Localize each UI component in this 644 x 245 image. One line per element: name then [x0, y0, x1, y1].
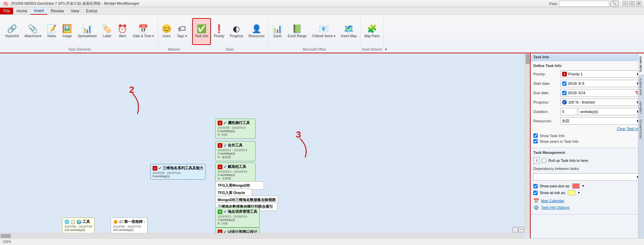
- h-scrollbar-thumb[interactable]: [1, 234, 11, 238]
- show-years-row: Show years in Task Info: [533, 139, 641, 143]
- hyperlink-btn[interactable]: 🔗 Hyperlink: [3, 18, 21, 45]
- app-wrapper: 🧠 201906-M0003-GeoGlobe 7 SP1-开发计划-桌面应用组…: [0, 0, 644, 245]
- priority-dropdown[interactable]: 1 Priority 1 ▼: [560, 70, 641, 78]
- markers-label: Markers: [159, 48, 189, 51]
- content-row: 2 3 🌐 📋 🌍 工具 2019/3/8 - 2019/7/30 103: [0, 53, 644, 238]
- map-calendar-link[interactable]: Map Calendar: [541, 199, 564, 203]
- icons-btn[interactable]: 😊 Icons: [159, 18, 174, 45]
- enhance-tools-node[interactable]: 1 ✔ 赋高犯工具 2019/3/13 - 2019/3/19 5 workda…: [215, 163, 256, 183]
- tools-main-node[interactable]: 🌐 📋 🌍 工具 2019/3/8 - 2019/7/30 103 workda…: [62, 218, 95, 233]
- library-side-tab[interactable]: LIBRARY: [638, 98, 644, 116]
- excel-range-label: Excel Range: [288, 34, 307, 38]
- resources-icon: 👤: [252, 25, 262, 33]
- tools-group-num: 1: [153, 166, 157, 171]
- ribbon-expand-btn[interactable]: ▼: [384, 48, 388, 51]
- enhance-check: ✔: [223, 165, 227, 169]
- at-risk-checkbox[interactable]: [533, 191, 538, 195]
- image-btn[interactable]: 🖼️ Image: [60, 18, 74, 45]
- resources-dropdown[interactable]: 刘芬 ▼: [560, 117, 641, 125]
- attr-dates: 2019/3/8 - 2019/3/14: [218, 126, 253, 129]
- panel-header: Task Info ✕: [531, 53, 644, 61]
- menu-extras[interactable]: Extras: [83, 8, 101, 14]
- priority-btn[interactable]: ❗ Priority: [212, 18, 227, 45]
- restore-btn[interactable]: □: [629, 1, 635, 6]
- task-info-side-tab[interactable]: TASK INFO: [638, 53, 644, 75]
- menu-review[interactable]: Review: [47, 8, 67, 14]
- gantt-label: Gantt: [273, 34, 281, 38]
- progress-btn[interactable]: ◐ Progress: [227, 18, 246, 45]
- datetime-btn[interactable]: 📅 Date & Time ▾: [130, 18, 156, 45]
- map-parts-side-tab[interactable]: MAP PARTS: [638, 75, 644, 98]
- notes-btn[interactable]: 📝 Notes: [44, 18, 59, 45]
- menu-home[interactable]: Home: [13, 8, 31, 14]
- map-parts-btn[interactable]: 🧩 Map Parts: [362, 18, 382, 45]
- placename-node[interactable]: 3 ✔ 地名词库管理工具 2019/3/13 - 2019/3/14 2 wor…: [215, 207, 260, 228]
- v-scrollbar[interactable]: [525, 53, 530, 233]
- due-date-field[interactable]: 2019/ 3/14 📅: [560, 89, 641, 97]
- duration-input[interactable]: [560, 108, 577, 115]
- merge-tools-node[interactable]: 1 ✔ 合并工具 2019/3/11 - 2019/3/13 3 workday…: [215, 141, 256, 161]
- attr-tools-node[interactable]: 1 ✔ 属性操行工具 2019/3/8 - 2019/3/14 5 workda…: [215, 119, 256, 139]
- start-date-checkbox[interactable]: [562, 81, 567, 86]
- alert-btn[interactable]: ⏰ Alert: [115, 18, 130, 45]
- resources-side-tab[interactable]: RESOURCES: [638, 116, 644, 141]
- gantt-btn[interactable]: 📊 Gantt: [270, 18, 285, 45]
- progress-row: Progress: ✔ 100 % - finished ▼: [533, 99, 641, 106]
- outlook-items-icon: 📧: [319, 25, 329, 33]
- tfg-oracle-title: TFG入库 Oracle: [218, 190, 250, 195]
- insert-map-icon: 🗺️: [344, 25, 354, 33]
- minimize-btn[interactable]: ─: [623, 1, 628, 6]
- canvas-area[interactable]: 2 3 🌐 📋 🌍 工具 2019/3/8 - 2019/7/30 103: [0, 53, 530, 238]
- menu-view[interactable]: View: [67, 8, 83, 14]
- duration-unit-dropdown[interactable]: workday(s) ▼: [579, 108, 641, 115]
- merge-num: 1: [218, 143, 222, 148]
- hyperlink-icon: 🔗: [7, 25, 17, 33]
- past-due-color-swatch[interactable]: [572, 183, 580, 189]
- zoom-in-btn[interactable]: +: [519, 227, 524, 232]
- attachment-btn[interactable]: 📎 Attachment: [22, 18, 44, 45]
- taskinfo-btn[interactable]: ✅ Task Info: [192, 18, 211, 45]
- menu-file[interactable]: File: [0, 8, 13, 14]
- spreadsheet-btn[interactable]: 📊 Spreadsheet: [75, 18, 99, 45]
- zoom-out-btn[interactable]: -: [513, 227, 518, 232]
- label-btn[interactable]: 🏷️ Label: [100, 18, 114, 45]
- start-date-field[interactable]: 2019/ 3/ 8 ▼: [560, 80, 641, 87]
- enhance-num: 1: [218, 165, 222, 169]
- v-scrollbar-thumb[interactable]: [526, 54, 530, 64]
- h-scrollbar[interactable]: [0, 233, 525, 238]
- close-btn[interactable]: ✕: [636, 1, 641, 6]
- ms-office-label: Microsoft Office: [270, 48, 359, 51]
- notes-icon: 📝: [47, 25, 57, 33]
- find-search-btn[interactable]: 🔍: [610, 1, 619, 7]
- rollup-checkbox[interactable]: [542, 159, 546, 163]
- placename-title: 地名词库管理工具: [228, 209, 257, 214]
- show-task-info-checkbox[interactable]: [533, 133, 538, 138]
- tools-group-node[interactable]: 1 ✔ 三维地名系列工具及能力 2019/3/8 - 2019/7/19 8 w…: [150, 164, 206, 180]
- map-parts-label: Map Parts: [364, 34, 380, 38]
- past-due-label: Show past-due as:: [540, 184, 570, 188]
- dependency-dropdown[interactable]: ▼: [533, 173, 641, 181]
- show-task-info-row: Show Task Info: [533, 133, 641, 138]
- task-info-options-link[interactable]: Task Info Options: [541, 205, 570, 209]
- at-risk-color-swatch[interactable]: [568, 190, 575, 195]
- enhance-workdays: 5 workday(s): [218, 173, 253, 177]
- attachment-icon: 📎: [28, 25, 38, 33]
- due-date-checkbox[interactable]: [562, 91, 567, 95]
- enhance-dates: 2019/3/13 - 2019/3/19: [218, 170, 253, 173]
- merge-dates: 2019/3/11 - 2019/3/13: [218, 148, 253, 152]
- show-years-checkbox[interactable]: [533, 139, 538, 143]
- tools-main-title: 工具: [83, 219, 90, 224]
- outlook-items-btn[interactable]: 📧 Outlook Items ▾: [310, 18, 337, 45]
- resources-btn[interactable]: 👤 Resources: [246, 18, 267, 45]
- menu-insert[interactable]: Insert: [31, 7, 47, 15]
- tags-btn[interactable]: 🏷 Tags ▾: [175, 18, 189, 45]
- insert-map-btn[interactable]: 🗺️ Insert Map: [338, 18, 359, 45]
- alert-label: Alert: [119, 34, 126, 38]
- past-due-checkbox[interactable]: [533, 184, 538, 188]
- attr-resource: R: 刘芬: [218, 133, 253, 137]
- rollup-icon: ⬆: [533, 157, 540, 164]
- milestone-node[interactable]: 🔶 🏷 第一里程碑 - 2019/3/8 - 2019/7/30 103 wor…: [111, 218, 148, 233]
- excel-range-btn[interactable]: 📗 Excel Range: [285, 18, 309, 45]
- find-input[interactable]: [559, 1, 609, 7]
- progress-dropdown[interactable]: ✔ 100 % - finished ▼: [560, 99, 641, 106]
